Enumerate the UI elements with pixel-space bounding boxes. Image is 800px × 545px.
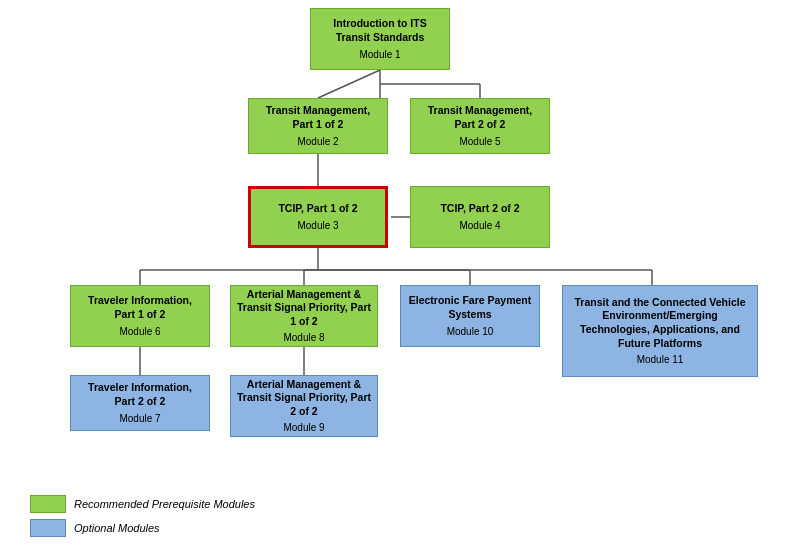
module-8-number: Module 8	[283, 331, 324, 344]
module-1-number: Module 1	[359, 48, 400, 61]
diagram-container: Introduction to ITS Transit Standards Mo…	[0, 0, 800, 490]
module-3-number: Module 3	[297, 219, 338, 232]
module-11-number: Module 11	[637, 353, 684, 366]
module-6-number: Module 6	[119, 325, 160, 338]
module-7-node: Traveler Information, Part 2 of 2 Module…	[70, 375, 210, 431]
module-11-node: Transit and the Connected Vehicle Enviro…	[562, 285, 758, 377]
module-2-number: Module 2	[297, 135, 338, 148]
module-10-number: Module 10	[447, 325, 494, 338]
module-1-label: Introduction to ITS Transit Standards	[317, 17, 443, 44]
legend-green-box	[30, 495, 66, 513]
legend-blue-box	[30, 519, 66, 537]
module-11-label: Transit and the Connected Vehicle Enviro…	[569, 296, 751, 351]
module-4-node: TCIP, Part 2 of 2 Module 4	[410, 186, 550, 248]
svg-line-0	[318, 70, 380, 98]
module-4-label: TCIP, Part 2 of 2	[440, 202, 519, 216]
legend: Recommended Prerequisite Modules Optiona…	[30, 495, 255, 537]
module-5-number: Module 5	[459, 135, 500, 148]
legend-blue-label: Optional Modules	[74, 522, 160, 534]
module-8-label: Arterial Management & Transit Signal Pri…	[237, 288, 371, 329]
module-5-node: Transit Management, Part 2 of 2 Module 5	[410, 98, 550, 154]
legend-green-label: Recommended Prerequisite Modules	[74, 498, 255, 510]
module-3-node: TCIP, Part 1 of 2 Module 3	[248, 186, 388, 248]
module-6-label: Traveler Information, Part 1 of 2	[77, 294, 203, 321]
module-2-node: Transit Management, Part 1 of 2 Module 2	[248, 98, 388, 154]
module-7-label: Traveler Information, Part 2 of 2	[77, 381, 203, 408]
module-5-label: Transit Management, Part 2 of 2	[417, 104, 543, 131]
module-1-node: Introduction to ITS Transit Standards Mo…	[310, 8, 450, 70]
module-9-number: Module 9	[283, 421, 324, 434]
module-3-label: TCIP, Part 1 of 2	[278, 202, 357, 216]
module-10-label: Electronic Fare Payment Systems	[407, 294, 533, 321]
legend-item-green: Recommended Prerequisite Modules	[30, 495, 255, 513]
module-10-node: Electronic Fare Payment Systems Module 1…	[400, 285, 540, 347]
module-8-node: Arterial Management & Transit Signal Pri…	[230, 285, 378, 347]
module-7-number: Module 7	[119, 412, 160, 425]
legend-item-blue: Optional Modules	[30, 519, 255, 537]
module-9-node: Arterial Management & Transit Signal Pri…	[230, 375, 378, 437]
module-4-number: Module 4	[459, 219, 500, 232]
module-2-label: Transit Management, Part 1 of 2	[255, 104, 381, 131]
module-6-node: Traveler Information, Part 1 of 2 Module…	[70, 285, 210, 347]
module-9-label: Arterial Management & Transit Signal Pri…	[237, 378, 371, 419]
